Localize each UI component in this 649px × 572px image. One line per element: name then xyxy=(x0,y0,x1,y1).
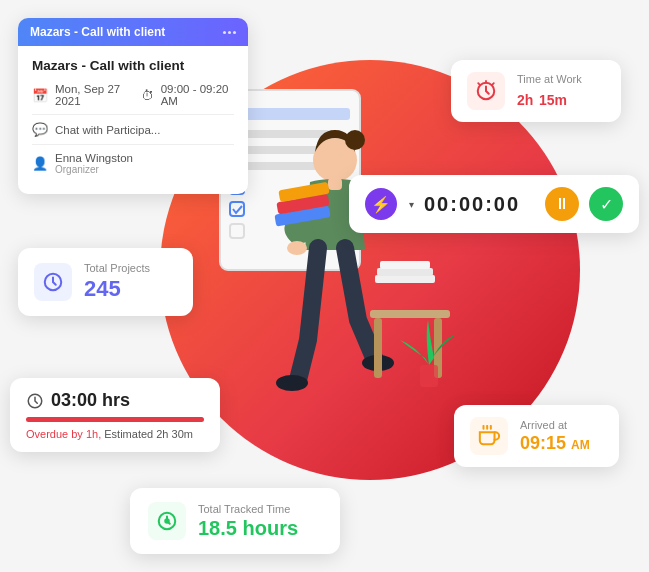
calendar-icon: 📅 xyxy=(32,88,48,103)
tracked-value: 18.5 hours xyxy=(198,517,298,540)
time-work-label: Time at Work xyxy=(517,73,582,85)
arrived-hour: 09:15 xyxy=(520,433,566,453)
more-options-icon[interactable] xyxy=(223,31,236,34)
overdue-sub-text: Overdue by 1h, Estimated 2h 30m xyxy=(26,428,204,440)
arrived-info: Arrived at 09:15 AM xyxy=(520,419,590,454)
timer-caret-icon[interactable]: ▾ xyxy=(409,199,414,210)
pause-button[interactable]: ⏸ xyxy=(545,187,579,221)
event-title: Mazars - Call with client xyxy=(32,58,234,73)
event-organizer-row: 👤 Enna Wingston Organizer xyxy=(32,152,234,175)
overdue-card: 03:00 hrs Overdue by 1h, Estimated 2h 30… xyxy=(10,378,220,452)
time-work-hours: 2h xyxy=(517,92,533,108)
pause-icon: ⏸ xyxy=(554,195,570,213)
event-date-row: 📅 Mon, Sep 27 2021 ⏱ 09:00 - 09:20 AM xyxy=(32,83,234,107)
event-card: Mazars - Call with client Mazars - Call … xyxy=(18,18,248,194)
arrived-label: Arrived at xyxy=(520,419,590,431)
scene: Mazars - Call with client Mazars - Call … xyxy=(0,0,649,572)
timer-digits: 00:00:00 xyxy=(424,193,535,216)
projects-icon xyxy=(34,263,72,301)
overdue-main-time: 03:00 hrs xyxy=(26,390,204,411)
time-work-value: 2h 15m xyxy=(517,87,582,110)
person-icon: 👤 xyxy=(32,156,48,171)
tracked-label: Total Tracked Time xyxy=(198,503,298,515)
arrived-icon xyxy=(470,417,508,455)
estimated-text: Estimated 2h 30m xyxy=(104,428,193,440)
overdue-time-value: 03:00 hrs xyxy=(51,390,130,411)
tracked-icon xyxy=(148,502,186,540)
tracked-time-card: Total Tracked Time 18.5 hours xyxy=(130,488,340,554)
overdue-progress-bar xyxy=(26,417,204,422)
overdue-by-text: Overdue by 1h, xyxy=(26,428,101,440)
chat-label: Chat with Participa... xyxy=(55,124,160,136)
svg-point-32 xyxy=(164,518,170,524)
projects-label: Total Projects xyxy=(84,262,150,274)
event-title-header: Mazars - Call with client xyxy=(30,25,165,39)
arrived-card: Arrived at 09:15 AM xyxy=(454,405,619,467)
event-time: 09:00 - 09:20 AM xyxy=(161,83,234,107)
tracked-info: Total Tracked Time 18.5 hours xyxy=(198,503,298,540)
time-at-work-card: Time at Work 2h 15m xyxy=(451,60,621,122)
event-date: Mon, Sep 27 2021 xyxy=(55,83,134,107)
time-work-icon xyxy=(467,72,505,110)
arrived-time: 09:15 AM xyxy=(520,433,590,454)
timer-card: ⚡ ▾ 00:00:00 ⏸ ✓ xyxy=(349,175,639,233)
event-chat-row[interactable]: 💬 Chat with Participa... xyxy=(32,122,234,137)
chat-icon: 💬 xyxy=(32,122,48,137)
bolt-icon: ⚡ xyxy=(365,188,397,220)
clock-icon: ⏱ xyxy=(141,88,154,103)
event-card-body: Mazars - Call with client 📅 Mon, Sep 27 … xyxy=(18,46,248,194)
projects-info: Total Projects 245 xyxy=(84,262,150,302)
time-work-info: Time at Work 2h 15m xyxy=(517,73,582,110)
projects-value: 245 xyxy=(84,276,150,302)
event-card-header: Mazars - Call with client xyxy=(18,18,248,46)
total-projects-card: Total Projects 245 xyxy=(18,248,193,316)
check-icon: ✓ xyxy=(600,195,613,214)
organizer-name: Enna Wingston xyxy=(55,152,133,164)
arrived-period: AM xyxy=(571,438,590,452)
time-work-minutes: 15m xyxy=(539,92,567,108)
check-button[interactable]: ✓ xyxy=(589,187,623,221)
organizer-role: Organizer xyxy=(55,164,133,175)
